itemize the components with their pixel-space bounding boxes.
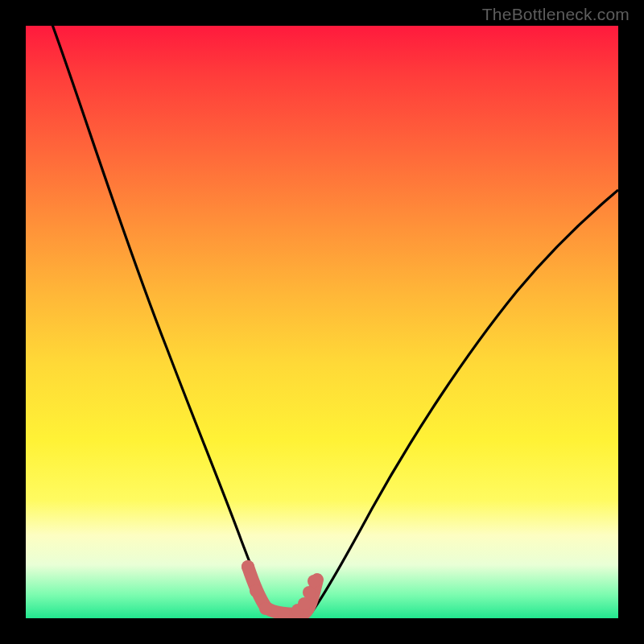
right-curve [311,190,618,613]
plot-area [26,26,618,618]
trough-marker-dot [259,602,272,615]
watermark-text: TheBottleneck.com [482,5,630,24]
left-curve [52,26,271,612]
trough-marker-dot [242,560,254,573]
curve-svg [26,26,618,618]
trough-marker-dot [250,584,262,597]
chart-frame: TheBottleneck.com [0,0,644,644]
trough-marker-dot [308,575,320,588]
trough-marker-dot [303,586,316,599]
trough-marker-dot [298,597,311,610]
